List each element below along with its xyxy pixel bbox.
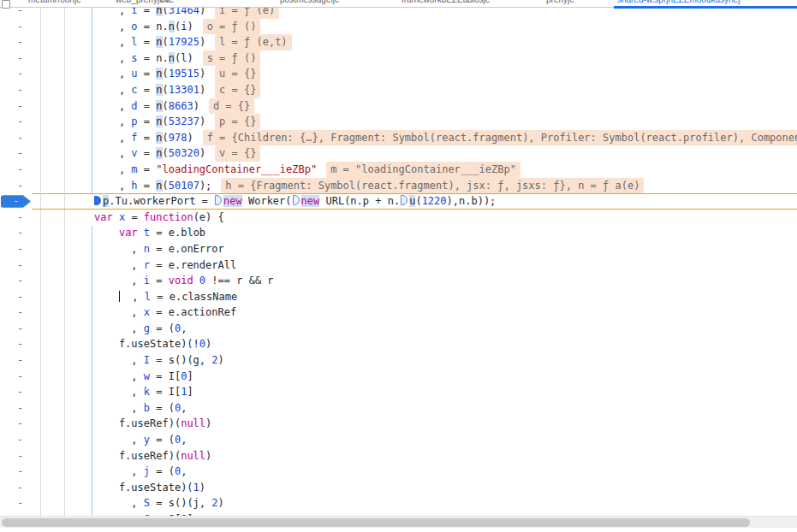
execution-step-marker-icon[interactable] <box>94 196 101 205</box>
code-line[interactable]: - , f = n(978)f = {Children: {…}, Fragme… <box>0 130 797 146</box>
code-line[interactable]: - , I = s()(g, 2) <box>0 352 797 369</box>
code-line[interactable]: - , l = n(17925)l = ƒ (e,t) <box>0 34 797 50</box>
code-line[interactable]: - , S = s()(j, 2) <box>0 495 797 511</box>
code-line[interactable]: - var t = e.blob <box>0 225 797 241</box>
breakpoint-gutter[interactable] <box>41 400 65 417</box>
line-gutter-marker[interactable]: - <box>0 480 41 496</box>
code-line[interactable]: -var x = function(e) { <box>0 210 797 226</box>
breakpoint-gutter[interactable] <box>41 257 65 274</box>
code-line[interactable]: - f.useState)(1) <box>0 480 797 496</box>
line-gutter-marker[interactable]: - <box>0 98 41 115</box>
file-tab[interactable]: metamrroonje <box>28 0 81 4</box>
file-tab[interactable]: frameworkbEZEablosje <box>401 0 490 4</box>
file-tab[interactable]: lrve <box>160 0 174 4</box>
breakpoint-gutter[interactable] <box>41 448 65 464</box>
line-gutter-marker[interactable]: - <box>0 352 41 369</box>
line-gutter-marker[interactable]: - <box>0 257 41 274</box>
continue-to-here-icon[interactable] <box>293 195 300 205</box>
line-gutter-marker[interactable]: - <box>0 82 41 98</box>
code-line[interactable]: - f.useRef)(null) <box>0 448 797 464</box>
line-gutter-marker[interactable]: - <box>0 448 41 464</box>
breakpoint-gutter[interactable] <box>41 66 65 82</box>
breakpoint-gutter[interactable] <box>41 495 65 511</box>
code-line[interactable]: - f.useState)(!0) <box>0 336 797 352</box>
line-gutter-marker[interactable]: - <box>0 495 41 511</box>
file-icon[interactable] <box>2 0 10 9</box>
line-gutter-marker[interactable]: - <box>0 66 41 82</box>
line-gutter-marker[interactable]: - <box>0 162 41 178</box>
line-gutter-marker[interactable]: - <box>0 289 41 305</box>
code-editor[interactable]: - , i = n(31464)i = ƒ (e)- , o = n.n(i)o… <box>0 3 797 528</box>
code-line[interactable]: - , m = "loadingContainer___ieZBp"m = "l… <box>0 162 797 178</box>
line-gutter-marker[interactable]: - <box>0 19 41 35</box>
breakpoint-gutter[interactable] <box>41 369 65 385</box>
line-gutter-marker[interactable]: - <box>0 225 41 241</box>
breakpoint-gutter[interactable] <box>41 336 65 352</box>
line-gutter-marker[interactable]: - <box>0 432 41 448</box>
code-line[interactable]: - , h = n(50107);h = {Fragment: Symbol(r… <box>0 178 797 194</box>
execution-line[interactable]: -p.Tu.workerPort = new Worker(new URL(n.… <box>0 193 797 210</box>
line-gutter-marker[interactable]: - <box>0 400 41 417</box>
code-line[interactable]: - , i = void 0 !== r && r <box>0 273 797 289</box>
code-line[interactable]: - , l = e.className <box>0 289 797 305</box>
code-line[interactable]: - , p = n(53237)p = {} <box>0 114 797 130</box>
line-gutter-marker[interactable]: - <box>0 241 41 257</box>
breakpoint-gutter[interactable] <box>41 304 65 321</box>
code-line[interactable]: - , x = e.actionRef <box>0 304 797 321</box>
file-tab[interactable]: postmessageije <box>280 0 339 4</box>
line-gutter-marker[interactable]: - <box>0 210 41 226</box>
breakpoint-gutter[interactable] <box>41 19 65 35</box>
code-line[interactable]: - , n = e.onError <box>0 241 797 257</box>
line-gutter-marker[interactable]: - <box>0 145 41 162</box>
breakpoint-gutter[interactable] <box>41 82 65 98</box>
line-gutter-marker[interactable]: - <box>0 34 41 50</box>
code-line[interactable]: - , b = (0, <box>0 400 797 417</box>
code-line[interactable]: - , j = (0, <box>0 464 797 480</box>
breakpoint-gutter[interactable] <box>41 432 65 448</box>
code-line[interactable]: - , r = e.renderAll <box>0 257 797 274</box>
file-tab[interactable]: shared-w.sprjhEZEmooukusyhej <box>617 0 740 4</box>
code-line[interactable]: - , w = I[0] <box>0 369 797 385</box>
code-line[interactable]: - , d = n(8663)d = {} <box>0 98 797 115</box>
breakpoint-gutter[interactable] <box>41 384 65 400</box>
code-line[interactable]: - , v = n(50320)v = {} <box>0 145 797 162</box>
breakpoint-gutter[interactable] <box>41 225 65 241</box>
breakpoint-gutter[interactable] <box>41 50 65 67</box>
line-gutter-marker[interactable]: - <box>0 369 41 385</box>
breakpoint-gutter[interactable] <box>41 114 65 130</box>
code-line[interactable]: - , c = n(13301)c = {} <box>0 82 797 98</box>
breakpoint-gutter[interactable] <box>41 145 65 162</box>
code-line[interactable]: - , k = I[1] <box>0 384 797 400</box>
line-gutter-marker[interactable]: - <box>0 321 41 337</box>
breakpoint-gutter[interactable] <box>41 480 65 496</box>
breakpoint-gutter[interactable] <box>41 98 65 115</box>
breakpoint-gutter[interactable] <box>41 352 65 369</box>
breakpoint-gutter[interactable] <box>41 464 65 480</box>
line-gutter-marker[interactable]: - <box>0 304 41 321</box>
code-line[interactable]: - , s = n.n(l)s = ƒ () <box>0 50 797 67</box>
breakpoint-gutter[interactable] <box>41 321 65 337</box>
code-line[interactable]: - f.useRef)(null) <box>0 416 797 432</box>
line-gutter-marker[interactable]: - <box>0 50 41 67</box>
breakpoint-gutter[interactable] <box>41 241 65 257</box>
breakpoint-gutter[interactable] <box>41 162 65 178</box>
line-gutter-marker[interactable]: - <box>0 178 41 194</box>
line-gutter-marker[interactable]: - <box>0 464 41 480</box>
line-gutter-marker[interactable]: - <box>0 384 41 400</box>
code-line[interactable]: - , y = (0, <box>0 432 797 448</box>
continue-to-here-icon[interactable] <box>215 195 222 205</box>
horizontal-scrollbar[interactable] <box>0 516 797 528</box>
breakpoint-gutter[interactable] <box>41 178 65 194</box>
file-tab[interactable]: prehyje <box>546 0 574 4</box>
breakpoint-gutter[interactable] <box>41 273 65 289</box>
line-gutter-marker[interactable]: - <box>0 114 41 130</box>
breakpoint-gutter[interactable] <box>41 210 65 226</box>
scrollbar-thumb[interactable] <box>2 518 750 527</box>
breakpoint-gutter[interactable] <box>41 34 65 50</box>
breakpoint-gutter[interactable] <box>41 193 65 210</box>
breakpoint-gutter[interactable] <box>41 289 65 305</box>
continue-to-here-icon[interactable] <box>401 195 407 205</box>
code-line[interactable]: - , u = n(19515)u = {} <box>0 66 797 82</box>
breakpoint-gutter[interactable] <box>41 130 65 146</box>
line-gutter-marker[interactable]: - <box>0 130 41 146</box>
